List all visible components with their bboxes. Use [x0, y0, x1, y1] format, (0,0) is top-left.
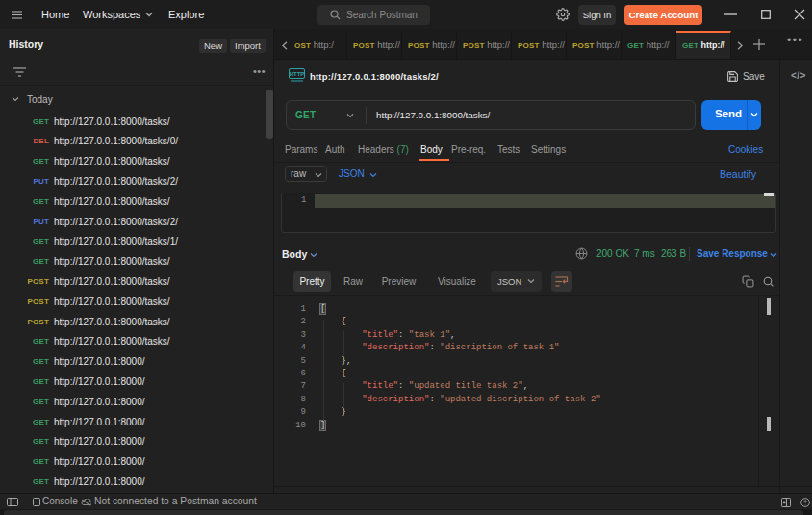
- svg-text:HTTP: HTTP: [290, 71, 305, 77]
